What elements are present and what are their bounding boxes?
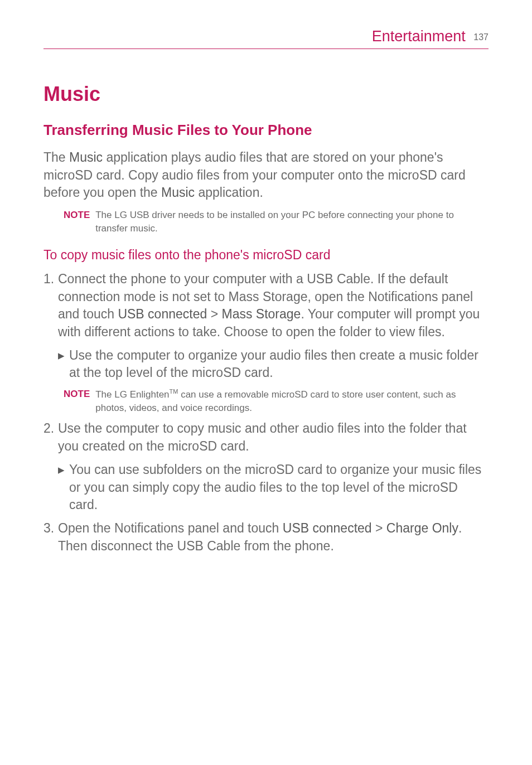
- step-3: 3. Open the Notifications panel and touc…: [43, 520, 489, 555]
- page-number: 137: [473, 32, 489, 42]
- intro-bold-1: Music: [69, 150, 103, 164]
- page-title: Music: [43, 83, 489, 106]
- note-label: NOTE: [64, 209, 90, 235]
- step3-text-2: >: [372, 521, 386, 535]
- page-header: Entertainment 137: [43, 28, 489, 49]
- step1-bold-1: USB connected: [118, 307, 207, 321]
- step3-bold-2: Charge Only: [386, 521, 458, 535]
- step-2-bullet: ▶ You can use subfolders on the microSD …: [58, 461, 489, 514]
- trademark-superscript: TM: [170, 388, 178, 395]
- step3-bold-1: USB connected: [283, 521, 372, 535]
- note-text: The LG EnlightenTM can use a removable m…: [95, 388, 489, 414]
- bullet-icon: ▶: [58, 461, 69, 514]
- step-content: Use the computer to copy music and other…: [58, 420, 489, 455]
- note-label: NOTE: [64, 388, 90, 414]
- note2-text-1: The LG Enlighten: [95, 389, 169, 400]
- step3-text-1: Open the Notifications panel and touch: [58, 521, 283, 535]
- step1-text-2: >: [207, 307, 221, 321]
- intro-text-3: application.: [195, 185, 263, 200]
- step-1: 1. Connect the phone to your computer wi…: [43, 270, 489, 341]
- bullet-text: Use the computer to organize your audio …: [69, 347, 489, 382]
- subsection-heading: To copy music files onto the phone's mic…: [43, 248, 489, 263]
- step-2: 2. Use the computer to copy music and ot…: [43, 420, 489, 455]
- header-section-title: Entertainment: [372, 28, 466, 45]
- step-number: 2.: [43, 420, 58, 455]
- note-block-1: NOTE The LG USB driver needs to be insta…: [64, 209, 489, 235]
- step1-bold-2: Mass Storage: [221, 307, 301, 321]
- note-block-2: NOTE The LG EnlightenTM can use a remova…: [64, 388, 489, 414]
- step-number: 1.: [43, 270, 58, 341]
- step-1-bullet: ▶ Use the computer to organize your audi…: [58, 347, 489, 382]
- step-number: 3.: [43, 520, 58, 555]
- step-content: Connect the phone to your computer with …: [58, 270, 489, 341]
- intro-text-1: The: [43, 150, 69, 164]
- bullet-icon: ▶: [58, 347, 69, 382]
- step-content: Open the Notifications panel and touch U…: [58, 520, 489, 555]
- bullet-text: You can use subfolders on the microSD ca…: [69, 461, 489, 514]
- section-heading: Transferring Music Files to Your Phone: [43, 122, 489, 139]
- intro-bold-2: Music: [161, 185, 195, 200]
- note-text: The LG USB driver needs to be installed …: [95, 209, 489, 235]
- intro-paragraph: The Music application plays audio files …: [43, 149, 489, 202]
